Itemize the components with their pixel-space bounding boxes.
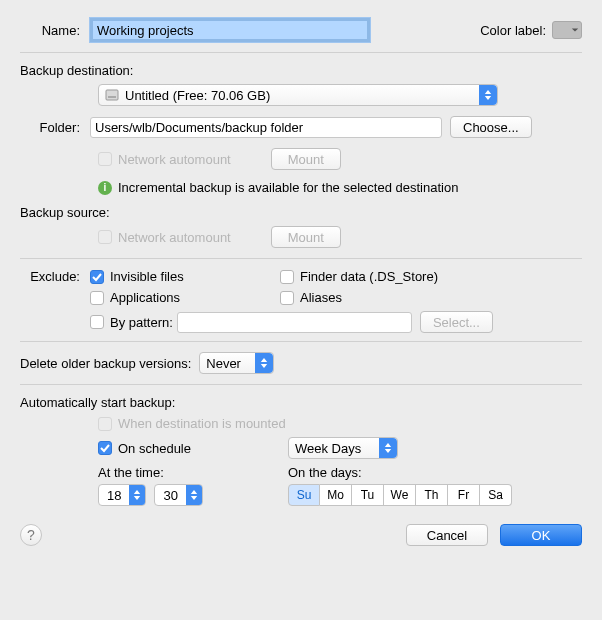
src-mount-button: Mount [271,226,341,248]
pattern-input[interactable] [177,312,412,333]
on-schedule-checkbox[interactable] [98,441,112,455]
chevron-down-icon [571,26,579,34]
auto-start-label: Automatically start backup: [20,395,582,410]
choose-folder-button[interactable]: Choose... [450,116,532,138]
invisible-files-checkbox[interactable] [90,270,104,284]
minutes-stepper[interactable]: 30 [154,484,202,506]
pattern-select-button: Select... [420,311,493,333]
finder-data-label: Finder data (.DS_Store) [300,269,438,284]
finder-data-checkbox[interactable] [280,270,294,284]
day-we[interactable]: We [384,484,416,506]
delete-older-value: Never [206,356,241,371]
dest-automount-label: Network automount [118,152,231,167]
updown-icon [479,85,497,105]
day-tu[interactable]: Tu [352,484,384,506]
day-th[interactable]: Th [416,484,448,506]
on-schedule-label: On schedule [118,441,191,456]
updown-icon [129,485,145,505]
backup-destination-label: Backup destination: [20,63,582,78]
day-fr[interactable]: Fr [448,484,480,506]
schedule-type-value: Week Days [295,441,361,456]
incremental-info-text: Incremental backup is available for the … [118,180,458,195]
invisible-files-label: Invisible files [110,269,184,284]
name-label: Name: [20,23,90,38]
day-sa[interactable]: Sa [480,484,512,506]
cancel-button[interactable]: Cancel [406,524,488,546]
svg-rect-1 [108,96,116,98]
src-automount-label: Network automount [118,230,231,245]
folder-input[interactable] [90,117,442,138]
hours-stepper[interactable]: 18 [98,484,146,506]
help-button[interactable]: ? [20,524,42,546]
applications-label: Applications [110,290,180,305]
minutes-value: 30 [155,485,185,505]
aliases-checkbox[interactable] [280,291,294,305]
applications-checkbox[interactable] [90,291,104,305]
at-time-label: At the time: [98,465,288,480]
day-selector[interactable]: Su Mo Tu We Th Fr Sa [288,484,512,506]
day-su[interactable]: Su [288,484,320,506]
color-label: Color label: [480,23,546,38]
info-icon: i [98,181,112,195]
destination-drive-popup[interactable]: Untitled (Free: 70.06 GB) [98,84,498,106]
ok-button[interactable]: OK [500,524,582,546]
hours-value: 18 [99,485,129,505]
backup-source-label: Backup source: [20,205,582,220]
disk-icon [105,88,119,102]
dest-automount-checkbox [98,152,112,166]
delete-older-popup[interactable]: Never [199,352,274,374]
delete-older-label: Delete older backup versions: [20,356,191,371]
by-pattern-label: By pattern: [110,315,173,330]
aliases-label: Aliases [300,290,342,305]
color-label-picker[interactable] [552,21,582,39]
updown-icon [379,438,397,458]
day-mo[interactable]: Mo [320,484,352,506]
destination-drive-text: Untitled (Free: 70.06 GB) [125,88,270,103]
by-pattern-checkbox[interactable] [90,315,104,329]
on-days-label: On the days: [288,465,362,480]
folder-label: Folder: [20,120,90,135]
updown-icon [186,485,202,505]
updown-icon [255,353,273,373]
schedule-type-popup[interactable]: Week Days [288,437,398,459]
when-mounted-checkbox [98,417,112,431]
name-input[interactable]: Working projects [90,18,370,42]
dest-mount-button: Mount [271,148,341,170]
src-automount-checkbox [98,230,112,244]
exclude-label: Exclude: [20,269,90,284]
svg-rect-0 [106,90,118,100]
when-mounted-label: When destination is mounted [118,416,286,431]
